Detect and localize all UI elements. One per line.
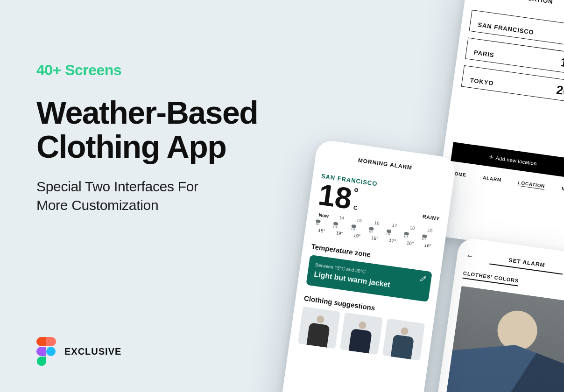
location-city: SAN FRANCISCO bbox=[478, 21, 535, 36]
hour-temp: 16° bbox=[402, 239, 418, 247]
morning-alarm-title: MORNING ALARM bbox=[324, 152, 446, 176]
subhead-line-1: Special Two Interfaces For bbox=[36, 179, 198, 194]
phone-set-alarm: ← SET ALARM CLOTHES' COLORS bbox=[423, 237, 564, 392]
hour-temp: 18° bbox=[367, 235, 383, 242]
model-photo bbox=[444, 286, 564, 392]
location-card-tokyo[interactable]: TOKYO 20°C bbox=[461, 65, 564, 104]
location-temp: 20 bbox=[556, 84, 564, 98]
alarm-condition: RAINY bbox=[422, 214, 440, 222]
hour-label: 16 bbox=[369, 219, 385, 227]
rain-icon bbox=[403, 231, 410, 238]
rain-icon bbox=[421, 234, 428, 241]
clothing-card[interactable] bbox=[340, 313, 383, 355]
clothing-card[interactable] bbox=[382, 318, 425, 361]
plus-icon: + bbox=[489, 153, 494, 161]
hour-label: 17 bbox=[386, 222, 402, 229]
rain-icon bbox=[332, 221, 339, 229]
clothing-card[interactable] bbox=[298, 307, 341, 349]
hour-temp: 19° bbox=[331, 230, 347, 237]
headline: Weather-Based Clothing App bbox=[36, 96, 298, 164]
rain-icon bbox=[314, 219, 322, 226]
subhead-line-2: More Customization bbox=[36, 197, 158, 213]
hour-label: 14 bbox=[333, 214, 350, 222]
nav-me[interactable]: ME bbox=[561, 186, 564, 192]
eyebrow: 40+ Screens bbox=[36, 62, 298, 79]
phone-location: Edit LOCATION SAN FRANCISCO 18°C PARIS 1… bbox=[432, 0, 564, 255]
location-temp: 10 bbox=[560, 56, 564, 70]
headline-line-2: Clothing App bbox=[36, 129, 226, 164]
hour-label: 18 bbox=[404, 224, 420, 232]
badge-text: EXCLUSIVE bbox=[64, 346, 121, 357]
phone-morning-alarm: MORNING ALARM SAN FRANCISCO 18°C RAINY N… bbox=[278, 139, 457, 392]
headline-line-1: Weather-Based bbox=[36, 95, 258, 130]
hour-label: 19 bbox=[422, 227, 438, 234]
location-city: PARIS bbox=[473, 49, 494, 59]
hour-temp: 18° bbox=[313, 227, 330, 235]
nav-location[interactable]: LOCATION bbox=[518, 180, 545, 189]
hour-now: Now bbox=[316, 212, 332, 219]
add-location-label: Add new location bbox=[495, 155, 537, 166]
rain-icon bbox=[350, 224, 357, 231]
figma-icon bbox=[36, 337, 56, 366]
nav-alarm[interactable]: ALARM bbox=[483, 175, 502, 182]
rain-icon bbox=[367, 226, 375, 234]
hour-label: 15 bbox=[351, 217, 367, 224]
rain-icon bbox=[385, 229, 393, 236]
alarm-temp: 18 bbox=[317, 180, 353, 214]
subheadline: Special Two Interfaces For More Customiz… bbox=[36, 177, 298, 215]
hour-temp: 19° bbox=[349, 232, 365, 239]
phone-mockups: ACCOUNT PAYMENT S CONTAC OTH HO RO Edit … bbox=[282, 0, 564, 392]
svg-point-0 bbox=[46, 347, 56, 356]
location-city: TOKYO bbox=[470, 77, 494, 87]
hour-temp: 17° bbox=[384, 237, 401, 245]
back-arrow-icon[interactable]: ← bbox=[465, 251, 475, 261]
hour-temp: 16° bbox=[420, 242, 436, 250]
figma-exclusive-badge: EXCLUSIVE bbox=[36, 337, 121, 366]
location-title: LOCATION bbox=[474, 0, 564, 11]
